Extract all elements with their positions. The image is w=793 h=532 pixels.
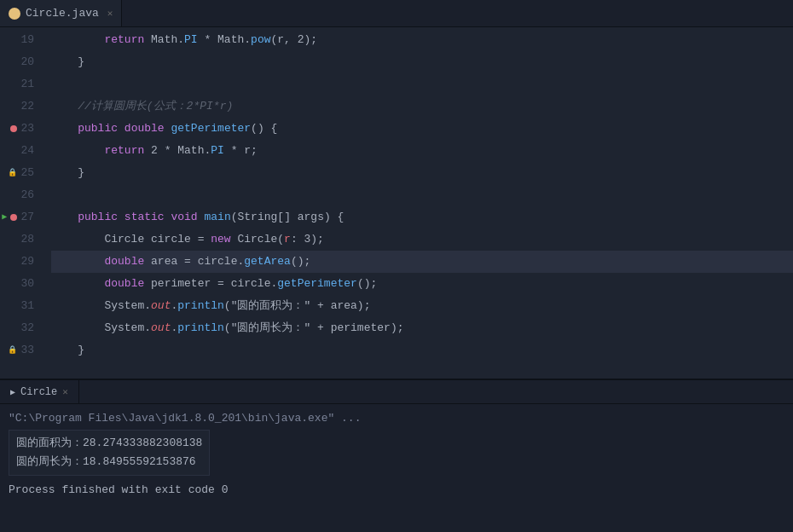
code-line-28: Circle circle = new Circle(r: 3); xyxy=(51,228,793,251)
line-num-31: 31 xyxy=(0,295,43,317)
breakpoint-indicator[interactable] xyxy=(10,125,17,132)
console-output: "C:\Program Files\Java\jdk1.8.0_201\bin\… xyxy=(0,404,793,532)
run-tab-icon: ▶ xyxy=(10,387,15,397)
code-content[interactable]: return Math.PI * Math.pow(r, 2); } //计算圆… xyxy=(43,27,793,379)
run-panel-tab[interactable]: ▶ Circle ✕ xyxy=(0,380,79,403)
output-line: 圆的面积为：28.274333882308138 xyxy=(16,434,202,453)
line-num-20: 20 xyxy=(0,51,43,73)
panel-tab-close-button[interactable]: ✕ xyxy=(62,386,68,397)
code-line-33: } xyxy=(51,339,793,361)
code-line-25: } xyxy=(51,162,793,184)
code-line-29: double area = circle.getArea(); xyxy=(51,251,793,273)
line-num-30: 30 xyxy=(0,273,43,295)
line-num-23: 23 xyxy=(0,118,43,140)
line-num-26: 26 xyxy=(0,184,43,206)
output-line: 圆的周长为：18.84955592153876 xyxy=(16,453,202,471)
file-tab[interactable]: Circle.java ✕ xyxy=(0,0,122,26)
line-num-22: 22 xyxy=(0,95,43,118)
java-file-icon xyxy=(9,8,20,20)
line-num-27: ▶27 xyxy=(0,206,43,228)
panel-tab-label: Circle xyxy=(20,386,57,398)
code-line-24: return 2 * Math.PI * r; xyxy=(51,140,793,162)
line-number-gutter: 192021222324🔒2526▶272829303132🔒33 xyxy=(0,27,43,379)
exit-status-line: Process finished with exit code 0 xyxy=(9,481,784,500)
code-line-27: public static void main(String[] args) { xyxy=(51,206,793,228)
code-line-21 xyxy=(51,73,793,95)
tab-close-button[interactable]: ✕ xyxy=(107,8,113,19)
code-line-19: return Math.PI * Math.pow(r, 2); xyxy=(51,29,793,51)
code-line-32: System.out.println("圆的周长为：" + perimeter)… xyxy=(51,317,793,339)
panel-tab-bar: ▶ Circle ✕ xyxy=(0,380,793,404)
line-num-21: 21 xyxy=(0,73,43,95)
code-line-31: System.out.println("圆的面积为：" + area); xyxy=(51,295,793,317)
code-line-23: public double getPerimeter() { xyxy=(51,118,793,140)
line-num-24: 24 xyxy=(0,140,43,162)
line-num-32: 32 xyxy=(0,317,43,339)
output-box: 圆的面积为：28.274333882308138圆的周长为：18.8495559… xyxy=(9,430,210,476)
line-num-29: 29 xyxy=(0,251,43,273)
lock-gutter-icon: 🔒 xyxy=(8,162,17,184)
console-cmd-line: "C:\Program Files\Java\jdk1.8.0_201\bin\… xyxy=(9,409,784,428)
line-num-25: 🔒25 xyxy=(0,162,43,184)
code-line-22: //计算圆周长(公式：2*PI*r) xyxy=(51,95,793,118)
tab-filename: Circle.java xyxy=(26,7,99,20)
tab-bar: Circle.java ✕ xyxy=(0,0,793,27)
line-num-19: 19 xyxy=(0,29,43,51)
bottom-panel: ▶ Circle ✕ "C:\Program Files\Java\jdk1.8… xyxy=(0,379,793,532)
line-num-28: 28 xyxy=(0,228,43,251)
breakpoint-indicator[interactable] xyxy=(10,214,17,221)
run-gutter-icon[interactable]: ▶ xyxy=(2,206,7,228)
lock-gutter-icon: 🔒 xyxy=(8,339,17,361)
code-line-26 xyxy=(51,184,793,206)
code-line-20: } xyxy=(51,51,793,73)
line-num-33: 🔒33 xyxy=(0,339,43,361)
code-editor: 192021222324🔒2526▶272829303132🔒33 return… xyxy=(0,27,793,379)
code-line-30: double perimeter = circle.getPerimeter()… xyxy=(51,273,793,295)
